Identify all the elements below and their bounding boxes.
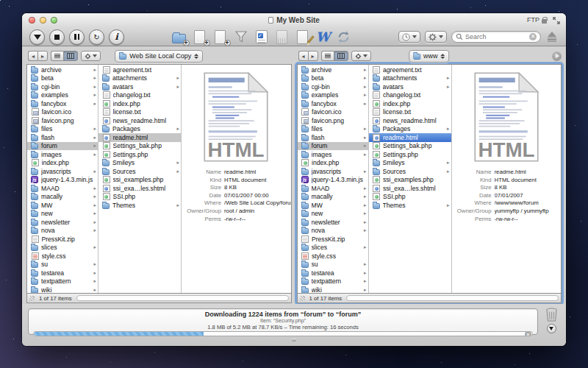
- file-row[interactable]: attachments ▸: [98, 74, 181, 83]
- file-row[interactable]: index.php ▸: [298, 159, 368, 168]
- back-button[interactable]: ◂: [298, 51, 308, 61]
- file-row[interactable]: jquery-1.4.3.min.js ▸: [298, 176, 368, 185]
- file-row[interactable]: Settings.php ▸: [369, 150, 451, 159]
- file-row[interactable]: Themes ▸: [369, 201, 451, 210]
- window-drag-handle[interactable]: [292, 339, 297, 342]
- file-row[interactable]: PressKit.zip ▸: [27, 235, 98, 244]
- column-view-button[interactable]: [63, 51, 78, 61]
- file-row[interactable]: textpattern ▸: [27, 277, 98, 286]
- clear-search-icon[interactable]: ✕: [529, 33, 537, 40]
- resize-grip-icon[interactable]: [300, 296, 305, 301]
- file-row[interactable]: SSI.php ▸: [369, 193, 451, 202]
- file-row[interactable]: flash ▸: [27, 133, 98, 142]
- refresh-button[interactable]: ↻: [89, 29, 104, 45]
- duplicate-file-button[interactable]: +: [212, 29, 229, 45]
- back-button[interactable]: ◂: [28, 51, 37, 61]
- history-menu-button[interactable]: [398, 31, 420, 43]
- file-row[interactable]: MW ▸: [27, 201, 98, 210]
- pane-action-button[interactable]: [552, 52, 562, 61]
- file-row[interactable]: testarea ▸: [298, 269, 368, 277]
- file-row[interactable]: Smileys ▸: [369, 159, 451, 168]
- file-row[interactable]: beta ▸: [27, 74, 98, 83]
- file-row[interactable]: macally ▸: [298, 193, 368, 202]
- file-row[interactable]: nova ▸: [298, 227, 368, 236]
- file-row[interactable]: style.css ▸: [27, 252, 98, 261]
- file-row[interactable]: nova ▸: [27, 227, 98, 236]
- file-row[interactable]: favicon.png ▸: [27, 116, 98, 125]
- action-gear-button[interactable]: [351, 51, 371, 61]
- checklist-button[interactable]: ✓: [254, 29, 270, 45]
- file-row[interactable]: new ▸: [27, 210, 98, 219]
- synchronize-button[interactable]: [336, 29, 352, 45]
- file-row[interactable]: Settings_bak.php ▸: [98, 142, 181, 151]
- file-row[interactable]: javascripts ▸: [298, 167, 368, 176]
- file-row[interactable]: news_readme.html ▸: [369, 116, 451, 125]
- file-row[interactable]: favicon.ico ▸: [27, 108, 98, 117]
- file-row[interactable]: files ▸: [298, 125, 368, 134]
- new-file-button[interactable]: +: [192, 29, 208, 45]
- file-row[interactable]: news_readme.html ▸: [98, 116, 181, 125]
- file-row[interactable]: new ▸: [298, 210, 368, 219]
- file-row[interactable]: agreement.txt ▸: [369, 66, 451, 74]
- file-row[interactable]: ssi_exa…les.shtml ▸: [369, 184, 451, 193]
- file-row[interactable]: forum ▸: [298, 142, 368, 151]
- file-row[interactable]: Packages ▸: [98, 125, 181, 134]
- file-row[interactable]: SSI.php ▸: [98, 193, 181, 202]
- filter-funnel-icon[interactable]: [233, 29, 249, 45]
- file-row[interactable]: flash ▸: [298, 133, 368, 142]
- queue-drawer-button[interactable]: [545, 30, 559, 43]
- file-row[interactable]: cgi-bin ▸: [27, 82, 98, 91]
- file-row[interactable]: images ▸: [27, 150, 98, 159]
- file-row[interactable]: textpattern ▸: [298, 277, 368, 286]
- edit-file-button[interactable]: [295, 29, 311, 45]
- file-row[interactable]: cgi-bin ▸: [298, 82, 368, 91]
- file-row[interactable]: changelog.txt ▸: [98, 91, 181, 100]
- pause-button[interactable]: [69, 29, 85, 45]
- file-row[interactable]: ssi_examples.php ▸: [98, 176, 181, 185]
- file-row[interactable]: macally ▸: [27, 193, 98, 202]
- file-row[interactable]: readme.html ▸: [98, 133, 181, 142]
- file-row[interactable]: ssi_examples.php ▸: [369, 176, 451, 185]
- file-row[interactable]: agreement.txt ▸: [98, 66, 181, 74]
- file-row[interactable]: index.php ▸: [27, 159, 98, 168]
- file-row[interactable]: ssi_exa…les.shtml ▸: [98, 184, 181, 193]
- transfer-go-button[interactable]: [29, 29, 45, 45]
- file-row[interactable]: Smileys ▸: [98, 159, 181, 168]
- file-row[interactable]: license.txt ▸: [369, 108, 451, 117]
- file-row[interactable]: archive ▸: [298, 66, 368, 74]
- file-row[interactable]: files ▸: [27, 125, 98, 134]
- column-view-button[interactable]: [334, 51, 348, 61]
- search-input[interactable]: [465, 33, 527, 40]
- transfer-mini-go-button[interactable]: [547, 324, 556, 333]
- list-view-button[interactable]: [51, 51, 63, 61]
- file-row[interactable]: examples ▸: [298, 91, 368, 100]
- file-row[interactable]: images ▸: [298, 150, 368, 159]
- remote-location-dropdown[interactable]: www: [409, 50, 450, 63]
- local-location-dropdown[interactable]: Web Site Local Copy: [115, 50, 203, 63]
- new-folder-button[interactable]: +: [171, 29, 187, 45]
- file-row[interactable]: attachments ▸: [369, 74, 451, 83]
- file-row[interactable]: su ▸: [298, 261, 368, 269]
- file-row[interactable]: forum ▸: [27, 142, 98, 151]
- file-row[interactable]: avatars ▸: [98, 82, 181, 91]
- file-row[interactable]: examples ▸: [27, 91, 98, 100]
- horizontal-scrollbar[interactable]: [76, 295, 289, 301]
- file-row[interactable]: index.php ▸: [369, 99, 451, 108]
- minimize-button[interactable]: [40, 17, 46, 24]
- file-row[interactable]: license.txt ▸: [98, 108, 181, 117]
- horizontal-scrollbar[interactable]: [346, 295, 559, 301]
- forward-button[interactable]: ▸: [37, 51, 48, 61]
- stop-button[interactable]: [49, 29, 65, 45]
- file-row[interactable]: wiki ▸: [27, 286, 98, 293]
- file-row[interactable]: beta ▸: [298, 74, 368, 83]
- file-row[interactable]: slices ▸: [298, 244, 368, 252]
- file-row[interactable]: fancybox ▸: [27, 99, 98, 108]
- file-row[interactable]: MAAD ▸: [27, 184, 98, 193]
- search-field[interactable]: ✕: [451, 31, 541, 43]
- title-bar[interactable]: My Web Site FTP: [22, 13, 566, 27]
- file-row[interactable]: avatars ▸: [369, 82, 451, 91]
- file-row[interactable]: Sources ▸: [369, 167, 451, 176]
- file-row[interactable]: index.php ▸: [98, 99, 181, 108]
- forward-button[interactable]: ▸: [308, 51, 318, 61]
- file-row[interactable]: MW ▸: [298, 201, 368, 210]
